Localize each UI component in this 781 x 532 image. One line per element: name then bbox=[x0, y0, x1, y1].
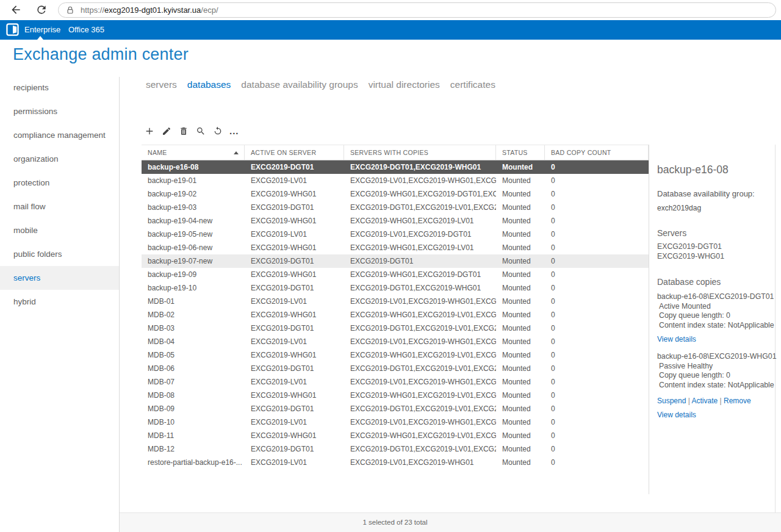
selection-summary: 1 selected of 23 total bbox=[142, 513, 649, 531]
table-row[interactable]: MDB-09EXCG2019-DGT01EXCG2019-DGT01,EXCG2… bbox=[142, 402, 649, 415]
sidebar-item-permissions[interactable]: permissions bbox=[0, 99, 119, 123]
table-row[interactable]: MDB-07EXCG2019-LV01EXCG2019-LV01,EXCG201… bbox=[142, 375, 649, 389]
page-title: Exchange admin center bbox=[13, 45, 189, 64]
tab-office-365[interactable]: Office 365 bbox=[68, 20, 104, 40]
tab-virtual-directories[interactable]: virtual directories bbox=[369, 79, 440, 90]
tab-servers[interactable]: servers bbox=[146, 79, 177, 90]
sort-ascending-icon bbox=[234, 151, 239, 154]
cell-active-on-server: EXCG2019-WHG01 bbox=[245, 187, 344, 201]
copy-status: Active Mounted bbox=[657, 302, 773, 312]
sidebar-item-mobile[interactable]: mobile bbox=[0, 218, 119, 242]
cell-servers-with-copies: EXCG2019-DGT01,EXCG2019-LV01,EXCG201... bbox=[344, 362, 496, 375]
add-icon[interactable] bbox=[144, 126, 155, 137]
delete-icon[interactable] bbox=[178, 126, 189, 137]
cell-name: MDB-10 bbox=[142, 415, 245, 429]
table-row[interactable]: backup-e19-04-newEXCG2019-WHG01EXCG2019-… bbox=[142, 214, 649, 228]
cell-status: Mounted bbox=[496, 402, 545, 415]
cell-servers-with-copies: EXCG2019-WHG01,EXCG2019-LV01 bbox=[344, 214, 496, 228]
cell-status: Mounted bbox=[496, 308, 545, 322]
cell-servers-with-copies: EXCG2019-LV01,EXCG2019-WHG01,EXCG20... bbox=[344, 415, 496, 429]
cell-active-on-server: EXCG2019-WHG01 bbox=[245, 308, 344, 322]
tab-databases[interactable]: databases bbox=[187, 79, 231, 90]
table-row[interactable]: MDB-02EXCG2019-WHG01EXCG2019-WHG01,EXCG2… bbox=[142, 308, 649, 322]
table-row[interactable]: restore-partial-backup-e16-...EXCG2019-L… bbox=[142, 456, 649, 469]
table-row[interactable]: backup-e19-10EXCG2019-DGT01EXCG2019-DGT0… bbox=[142, 281, 649, 295]
sidebar-item-mail-flow[interactable]: mail flow bbox=[0, 195, 119, 218]
cell-servers-with-copies: EXCG2019-LV01,EXCG2019-WHG01,EXCG20... bbox=[344, 335, 496, 348]
sidebar-item-compliance-management[interactable]: compliance management bbox=[0, 123, 119, 147]
suspend-link[interactable]: Suspend bbox=[657, 397, 692, 405]
cell-servers-with-copies: EXCG2019-DGT01,EXCG2019-LV01,EXCG201... bbox=[344, 201, 496, 214]
sidebar-item-public-folders[interactable]: public folders bbox=[0, 242, 119, 266]
cell-bad-copy-count: 0 bbox=[545, 389, 649, 402]
tab-certificates[interactable]: certificates bbox=[450, 79, 495, 90]
table-row[interactable]: backup-e16-08EXCG2019-DGT01EXCG2019-DGT0… bbox=[142, 160, 649, 174]
cell-active-on-server: EXCG2019-WHG01 bbox=[245, 348, 344, 362]
refresh-icon[interactable] bbox=[212, 126, 223, 137]
table-row[interactable]: MDB-12EXCG2019-DGT01EXCG2019-DGT01,EXCG2… bbox=[142, 442, 649, 456]
cell-name: restore-partial-backup-e16-... bbox=[142, 456, 245, 469]
dag-label: Database availability group: bbox=[657, 189, 773, 198]
sidebar-item-servers[interactable]: servers bbox=[0, 266, 119, 290]
column-header-bad-copy-count[interactable]: BAD COPY COUNT bbox=[545, 145, 649, 160]
table-row[interactable]: MDB-03EXCG2019-DGT01EXCG2019-DGT01,EXCG2… bbox=[142, 322, 649, 335]
column-header-servers-with-copies[interactable]: SERVERS WITH COPIES bbox=[344, 145, 496, 160]
cell-servers-with-copies: EXCG2019-WHG01,EXCG2019-LV01,EXCG20... bbox=[344, 429, 496, 442]
column-header-active-on-server[interactable]: ACTIVE ON SERVER bbox=[245, 145, 344, 160]
sidebar-item-protection[interactable]: protection bbox=[0, 171, 119, 195]
cell-name: backup-e19-07-new bbox=[142, 254, 245, 268]
table-row[interactable]: backup-e19-05-newEXCG2019-LV01EXCG2019-L… bbox=[142, 228, 649, 241]
address-bar[interactable]: https://excg2019-dgt01.kyivstar.ua/ecp/ bbox=[58, 2, 776, 18]
table-row[interactable]: backup-e19-06-newEXCG2019-WHG01EXCG2019-… bbox=[142, 241, 649, 254]
cell-active-on-server: EXCG2019-WHG01 bbox=[245, 389, 344, 402]
table-row[interactable]: backup-e19-07-newEXCG2019-DGT01EXCG2019-… bbox=[142, 254, 649, 268]
cell-bad-copy-count: 0 bbox=[545, 174, 649, 187]
table-row[interactable]: MDB-10EXCG2019-LV01EXCG2019-LV01,EXCG201… bbox=[142, 415, 649, 429]
cell-name: MDB-01 bbox=[142, 295, 245, 308]
cell-name: MDB-12 bbox=[142, 442, 245, 456]
remove-link[interactable]: Remove bbox=[724, 397, 751, 405]
tab-database-availability-groups[interactable]: database availability groups bbox=[241, 79, 358, 90]
cell-name: backup-e19-10 bbox=[142, 281, 245, 295]
table-row[interactable]: MDB-08EXCG2019-WHG01EXCG2019-WHG01,EXCG2… bbox=[142, 389, 649, 402]
sidebar-item-organization[interactable]: organization bbox=[0, 147, 119, 171]
activate-link[interactable]: Activate bbox=[692, 397, 724, 405]
databases-table: NAMEACTIVE ON SERVERSERVERS WITH COPIESS… bbox=[142, 145, 649, 469]
cell-bad-copy-count: 0 bbox=[545, 456, 649, 469]
view-details-link[interactable]: View details bbox=[657, 335, 696, 343]
server-name: EXCG2019-DGT01 bbox=[657, 242, 773, 252]
search-icon[interactable] bbox=[195, 126, 206, 137]
table-row[interactable]: MDB-01EXCG2019-LV01EXCG2019-LV01,EXCG201… bbox=[142, 295, 649, 308]
cell-servers-with-copies: EXCG2019-WHG01,EXCG2019-DGT01,EXCG2... bbox=[344, 187, 496, 201]
view-details-link[interactable]: View details bbox=[657, 411, 696, 419]
more-icon[interactable]: ... bbox=[229, 129, 239, 134]
sidebar-item-hybrid[interactable]: hybrid bbox=[0, 290, 119, 314]
edit-icon[interactable] bbox=[161, 126, 172, 137]
table-row[interactable]: backup-e19-09EXCG2019-WHG01EXCG2019-WHG0… bbox=[142, 268, 649, 281]
url-path: /ecp/ bbox=[201, 5, 218, 15]
table-row[interactable]: backup-e19-03EXCG2019-DGT01EXCG2019-DGT0… bbox=[142, 201, 649, 214]
reload-icon[interactable] bbox=[35, 4, 48, 16]
back-icon[interactable] bbox=[10, 4, 22, 16]
column-header-name[interactable]: NAME bbox=[142, 145, 245, 160]
cell-servers-with-copies: EXCG2019-LV01,EXCG2019-WHG01,EXCG20... bbox=[344, 295, 496, 308]
cell-servers-with-copies: EXCG2019-WHG01,EXCG2019-LV01,EXCG20... bbox=[344, 389, 496, 402]
table-row[interactable]: MDB-05EXCG2019-WHG01EXCG2019-WHG01,EXCG2… bbox=[142, 348, 649, 362]
cell-servers-with-copies: EXCG2019-DGT01 bbox=[344, 254, 496, 268]
table-row[interactable]: MDB-04EXCG2019-LV01EXCG2019-LV01,EXCG201… bbox=[142, 335, 649, 348]
cell-name: backup-e19-05-new bbox=[142, 228, 245, 241]
table-row[interactable]: backup-e19-01EXCG2019-LV01EXCG2019-LV01,… bbox=[142, 174, 649, 187]
copy-queue-length: Copy queue length: 0 bbox=[657, 371, 773, 381]
dag-value: exch2019dag bbox=[657, 204, 773, 212]
table-row[interactable]: backup-e19-02EXCG2019-WHG01EXCG2019-WHG0… bbox=[142, 187, 649, 201]
table-row[interactable]: MDB-11EXCG2019-WHG01EXCG2019-WHG01,EXCG2… bbox=[142, 429, 649, 442]
sidebar-item-recipients[interactable]: recipients bbox=[0, 76, 119, 99]
cell-bad-copy-count: 0 bbox=[545, 214, 649, 228]
column-header-status[interactable]: STATUS bbox=[496, 145, 545, 160]
cell-servers-with-copies: EXCG2019-LV01,EXCG2019-WHG01,EXCG20... bbox=[344, 174, 496, 187]
cell-bad-copy-count: 0 bbox=[545, 429, 649, 442]
table-row[interactable]: MDB-06EXCG2019-DGT01EXCG2019-DGT01,EXCG2… bbox=[142, 362, 649, 375]
cell-active-on-server: EXCG2019-DGT01 bbox=[245, 402, 344, 415]
copy-name: backup-e16-08\EXCG2019-DGT01 bbox=[657, 292, 773, 302]
cell-status: Mounted bbox=[496, 375, 545, 389]
